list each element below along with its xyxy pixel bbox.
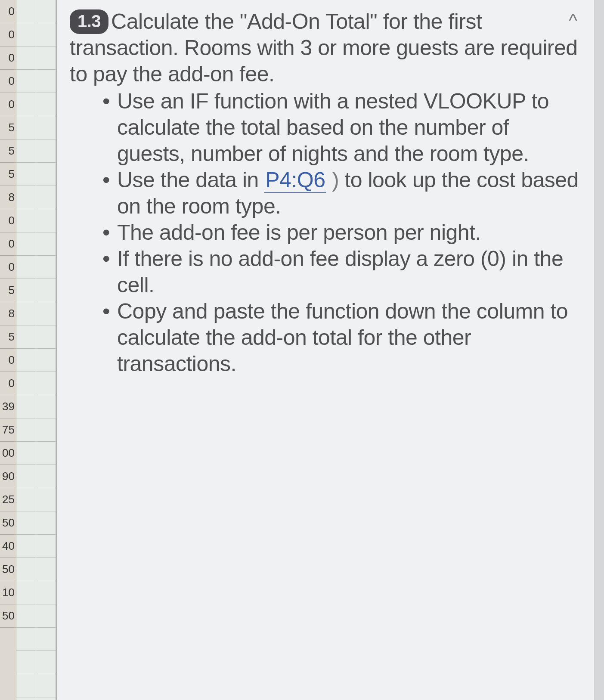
spreadsheet-cell[interactable] bbox=[36, 139, 56, 163]
spreadsheet-cell[interactable] bbox=[16, 465, 36, 488]
row-header-cell[interactable]: 0 bbox=[0, 349, 16, 372]
row-header-cell[interactable]: 00 bbox=[0, 442, 16, 465]
spreadsheet-cell[interactable] bbox=[36, 256, 56, 279]
row-header-cell[interactable]: 25 bbox=[0, 488, 16, 511]
row-header-cell[interactable]: 90 bbox=[0, 465, 16, 488]
row-header-cell[interactable]: 39 bbox=[0, 395, 16, 418]
spreadsheet-cell[interactable] bbox=[36, 349, 56, 372]
row-header-cell[interactable]: 50 bbox=[0, 604, 16, 628]
row-header-cell[interactable]: 50 bbox=[0, 511, 16, 535]
spreadsheet-cell[interactable] bbox=[16, 70, 36, 93]
spreadsheet-background: 0000055580005850039750090255040501050 bbox=[0, 0, 56, 700]
spreadsheet-cell[interactable] bbox=[16, 186, 36, 209]
spreadsheet-cell[interactable] bbox=[36, 395, 56, 418]
spreadsheet-cell[interactable] bbox=[16, 46, 36, 70]
row-header-cell[interactable]: 8 bbox=[0, 186, 16, 209]
spreadsheet-cell[interactable] bbox=[36, 581, 56, 604]
row-header-cell[interactable]: 40 bbox=[0, 535, 16, 558]
spreadsheet-cell[interactable] bbox=[36, 674, 56, 697]
spreadsheet-cell[interactable] bbox=[36, 279, 56, 302]
spreadsheet-cell[interactable] bbox=[36, 418, 56, 442]
spreadsheet-cell[interactable] bbox=[16, 581, 36, 604]
row-header-cell[interactable]: 8 bbox=[0, 302, 16, 325]
row-header-cell[interactable]: 5 bbox=[0, 279, 16, 302]
row-header-cell[interactable]: 0 bbox=[0, 209, 16, 232]
row-header-cell[interactable]: 75 bbox=[0, 418, 16, 442]
row-header-cell[interactable]: 5 bbox=[0, 139, 16, 163]
row-header-cell[interactable]: 5 bbox=[0, 116, 16, 139]
spreadsheet-cell[interactable] bbox=[16, 325, 36, 349]
spreadsheet-cell[interactable] bbox=[16, 139, 36, 163]
spreadsheet-cell[interactable] bbox=[16, 674, 36, 697]
row-header-cell[interactable]: 0 bbox=[0, 256, 16, 279]
spreadsheet-cell[interactable] bbox=[16, 232, 36, 256]
bullet-text: Copy and paste the function down the col… bbox=[117, 299, 568, 376]
spreadsheet-cell[interactable] bbox=[16, 418, 36, 442]
spreadsheet-cell[interactable] bbox=[36, 163, 56, 186]
spreadsheet-cell[interactable] bbox=[36, 186, 56, 209]
grid-lines bbox=[16, 0, 56, 700]
spreadsheet-cell[interactable] bbox=[36, 488, 56, 511]
spreadsheet-cell[interactable] bbox=[36, 232, 56, 256]
spreadsheet-cell[interactable] bbox=[16, 511, 36, 535]
list-item: Copy and paste the function down the col… bbox=[102, 298, 582, 377]
spreadsheet-cell[interactable] bbox=[16, 628, 36, 651]
spreadsheet-cell[interactable] bbox=[16, 395, 36, 418]
spreadsheet-cell[interactable] bbox=[16, 535, 36, 558]
spreadsheet-cell[interactable] bbox=[36, 302, 56, 325]
spreadsheet-cell[interactable] bbox=[36, 697, 56, 700]
spreadsheet-cell[interactable] bbox=[36, 46, 56, 70]
spreadsheet-cell[interactable] bbox=[16, 604, 36, 628]
row-header-cell[interactable]: 0 bbox=[0, 0, 16, 23]
spreadsheet-cell[interactable] bbox=[36, 93, 56, 116]
spreadsheet-cell[interactable] bbox=[16, 442, 36, 465]
collapse-caret-icon[interactable]: ^ bbox=[569, 10, 577, 31]
row-header-cell[interactable]: 5 bbox=[0, 163, 16, 186]
spreadsheet-cell[interactable] bbox=[36, 209, 56, 232]
spreadsheet-cell[interactable] bbox=[16, 23, 36, 46]
spreadsheet-cell[interactable] bbox=[36, 511, 56, 535]
row-header-cell[interactable]: 0 bbox=[0, 372, 16, 395]
spreadsheet-cell[interactable] bbox=[36, 70, 56, 93]
row-header-cell[interactable]: 0 bbox=[0, 46, 16, 70]
bullet-text: The add-on fee is per person per night. bbox=[117, 220, 481, 245]
spreadsheet-cell[interactable] bbox=[36, 325, 56, 349]
spreadsheet-cell[interactable] bbox=[16, 697, 36, 700]
spreadsheet-cell[interactable] bbox=[16, 651, 36, 674]
row-header-cell[interactable]: 10 bbox=[0, 581, 16, 604]
spreadsheet-cell[interactable] bbox=[36, 23, 56, 46]
task-number-badge: 1.3 bbox=[70, 9, 108, 34]
spreadsheet-cell[interactable] bbox=[16, 488, 36, 511]
spreadsheet-cell[interactable] bbox=[36, 628, 56, 651]
spreadsheet-cell[interactable] bbox=[16, 349, 36, 372]
spreadsheet-cell[interactable] bbox=[36, 651, 56, 674]
spreadsheet-cell[interactable] bbox=[36, 372, 56, 395]
row-header-cell[interactable]: 5 bbox=[0, 325, 16, 349]
spreadsheet-cell[interactable] bbox=[16, 256, 36, 279]
list-item: If there is no add-on fee display a zero… bbox=[102, 246, 582, 298]
spreadsheet-cell[interactable] bbox=[36, 604, 56, 628]
spreadsheet-cell[interactable] bbox=[16, 163, 36, 186]
spreadsheet-cell[interactable] bbox=[36, 0, 56, 23]
list-item: The add-on fee is per person per night. bbox=[102, 220, 582, 246]
spreadsheet-cell[interactable] bbox=[36, 116, 56, 139]
spreadsheet-cell[interactable] bbox=[16, 558, 36, 581]
spreadsheet-cell[interactable] bbox=[36, 535, 56, 558]
spreadsheet-cell[interactable] bbox=[16, 302, 36, 325]
spreadsheet-cell[interactable] bbox=[36, 442, 56, 465]
spreadsheet-cell[interactable] bbox=[36, 465, 56, 488]
row-header-cell[interactable]: 0 bbox=[0, 70, 16, 93]
spreadsheet-cell[interactable] bbox=[16, 372, 36, 395]
spreadsheet-cell[interactable] bbox=[16, 93, 36, 116]
spreadsheet-cell[interactable] bbox=[16, 209, 36, 232]
cell-reference-link[interactable]: P4:Q6 bbox=[264, 168, 326, 193]
spreadsheet-cell[interactable] bbox=[16, 116, 36, 139]
row-header-cell[interactable]: 0 bbox=[0, 232, 16, 256]
bullet-text-pre: Use the data in bbox=[117, 168, 264, 192]
spreadsheet-cell[interactable] bbox=[16, 0, 36, 23]
row-header-cell[interactable]: 50 bbox=[0, 558, 16, 581]
row-header-cell[interactable]: 0 bbox=[0, 23, 16, 46]
spreadsheet-cell[interactable] bbox=[36, 558, 56, 581]
spreadsheet-cell[interactable] bbox=[16, 279, 36, 302]
row-header-cell[interactable]: 0 bbox=[0, 93, 16, 116]
